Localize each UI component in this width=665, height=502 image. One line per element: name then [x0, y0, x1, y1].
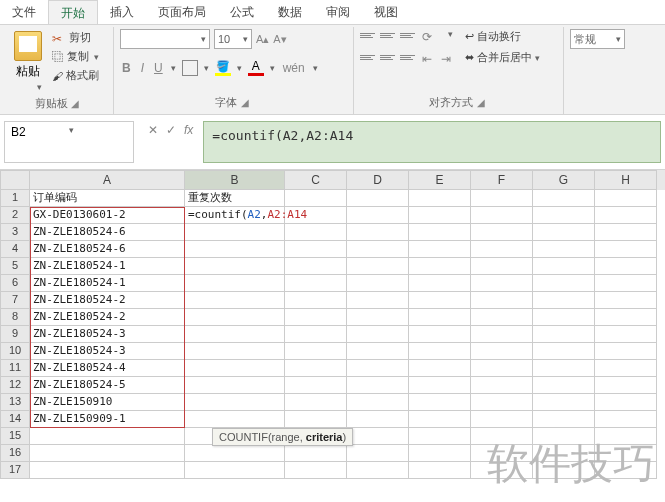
cell[interactable]: [347, 224, 409, 241]
tab-layout[interactable]: 页面布局: [146, 0, 218, 24]
cell[interactable]: [347, 462, 409, 479]
wrap-text-button[interactable]: ↩自动换行: [465, 29, 540, 44]
cell[interactable]: [471, 326, 533, 343]
align-bottom-button[interactable]: [400, 29, 415, 41]
cell[interactable]: [533, 207, 595, 224]
cell[interactable]: GX-DE0130601-2: [30, 207, 185, 224]
tab-insert[interactable]: 插入: [98, 0, 146, 24]
col-header-H[interactable]: H: [595, 170, 657, 190]
align-middle-button[interactable]: [380, 29, 395, 41]
cell[interactable]: [347, 377, 409, 394]
dialog-launcher-icon[interactable]: ◢: [241, 97, 252, 108]
cell[interactable]: [595, 428, 657, 445]
cell[interactable]: [471, 411, 533, 428]
cell[interactable]: [533, 275, 595, 292]
row-header[interactable]: 8: [0, 309, 30, 326]
cell[interactable]: [347, 309, 409, 326]
cell[interactable]: [533, 428, 595, 445]
cell[interactable]: [185, 343, 285, 360]
cell[interactable]: [595, 360, 657, 377]
row-header[interactable]: 16: [0, 445, 30, 462]
cell[interactable]: ZN-ZLE180524-5: [30, 377, 185, 394]
cell[interactable]: [30, 445, 185, 462]
cell[interactable]: [185, 241, 285, 258]
cell[interactable]: ZN-ZLE180524-6: [30, 241, 185, 258]
cell[interactable]: [471, 207, 533, 224]
cell[interactable]: [409, 207, 471, 224]
cell[interactable]: [471, 428, 533, 445]
tab-view[interactable]: 视图: [362, 0, 410, 24]
cell[interactable]: [409, 224, 471, 241]
cell[interactable]: [471, 462, 533, 479]
cell[interactable]: 订单编码: [30, 190, 185, 207]
name-box[interactable]: B2▾: [4, 121, 134, 163]
number-format-combo[interactable]: 常规▾: [570, 29, 625, 49]
fx-button[interactable]: fx: [184, 123, 193, 137]
cell[interactable]: [285, 224, 347, 241]
cell[interactable]: [471, 224, 533, 241]
cell[interactable]: [285, 411, 347, 428]
cell[interactable]: [595, 326, 657, 343]
tab-review[interactable]: 审阅: [314, 0, 362, 24]
cell[interactable]: [471, 309, 533, 326]
cell[interactable]: [533, 343, 595, 360]
cell[interactable]: [285, 275, 347, 292]
row-header[interactable]: 3: [0, 224, 30, 241]
col-header-G[interactable]: G: [533, 170, 595, 190]
increase-indent-button[interactable]: ⇥: [439, 51, 453, 67]
cell[interactable]: [285, 241, 347, 258]
tab-formulas[interactable]: 公式: [218, 0, 266, 24]
cell[interactable]: [595, 258, 657, 275]
row-header[interactable]: 13: [0, 394, 30, 411]
dialog-launcher-icon[interactable]: ◢: [477, 97, 488, 108]
increase-font-button[interactable]: A▴: [256, 33, 269, 46]
cell[interactable]: [285, 360, 347, 377]
row-header[interactable]: 14: [0, 411, 30, 428]
cell[interactable]: [185, 360, 285, 377]
cell[interactable]: [595, 224, 657, 241]
cell[interactable]: [347, 343, 409, 360]
row-header[interactable]: 6: [0, 275, 30, 292]
cell[interactable]: [533, 326, 595, 343]
col-header-F[interactable]: F: [471, 170, 533, 190]
cell[interactable]: =countif(A2,A2:A14: [185, 207, 285, 224]
cell[interactable]: [285, 445, 347, 462]
cell[interactable]: [533, 224, 595, 241]
cell[interactable]: [471, 275, 533, 292]
cell[interactable]: [533, 394, 595, 411]
cell[interactable]: [533, 241, 595, 258]
dialog-launcher-icon[interactable]: ◢: [71, 98, 82, 109]
cell[interactable]: ZN-ZLE180524-2: [30, 309, 185, 326]
cell[interactable]: [347, 190, 409, 207]
tab-home[interactable]: 开始: [48, 0, 98, 24]
col-header-D[interactable]: D: [347, 170, 409, 190]
fill-color-button[interactable]: 🪣: [215, 60, 231, 76]
cell[interactable]: [409, 411, 471, 428]
cell[interactable]: [285, 258, 347, 275]
cell[interactable]: [533, 190, 595, 207]
font-name-combo[interactable]: ▾: [120, 29, 210, 49]
cell[interactable]: [533, 411, 595, 428]
cell[interactable]: [285, 462, 347, 479]
cell[interactable]: [533, 462, 595, 479]
decrease-font-button[interactable]: A▾: [273, 33, 286, 46]
col-header-A[interactable]: A: [30, 170, 185, 190]
cell[interactable]: [409, 326, 471, 343]
cell[interactable]: [471, 360, 533, 377]
cell[interactable]: [185, 462, 285, 479]
cell[interactable]: [595, 241, 657, 258]
row-header[interactable]: 2: [0, 207, 30, 224]
row-header[interactable]: 1: [0, 190, 30, 207]
cell[interactable]: [347, 207, 409, 224]
tab-file[interactable]: 文件: [0, 0, 48, 24]
cell[interactable]: ZN-ZLE180524-1: [30, 275, 185, 292]
paste-button[interactable]: 粘贴 ▾: [10, 29, 46, 94]
row-header[interactable]: 10: [0, 343, 30, 360]
cell[interactable]: [285, 377, 347, 394]
cell[interactable]: [409, 394, 471, 411]
cell[interactable]: [185, 224, 285, 241]
cell[interactable]: [347, 428, 409, 445]
cell[interactable]: [409, 445, 471, 462]
cell[interactable]: [347, 275, 409, 292]
row-header[interactable]: 9: [0, 326, 30, 343]
